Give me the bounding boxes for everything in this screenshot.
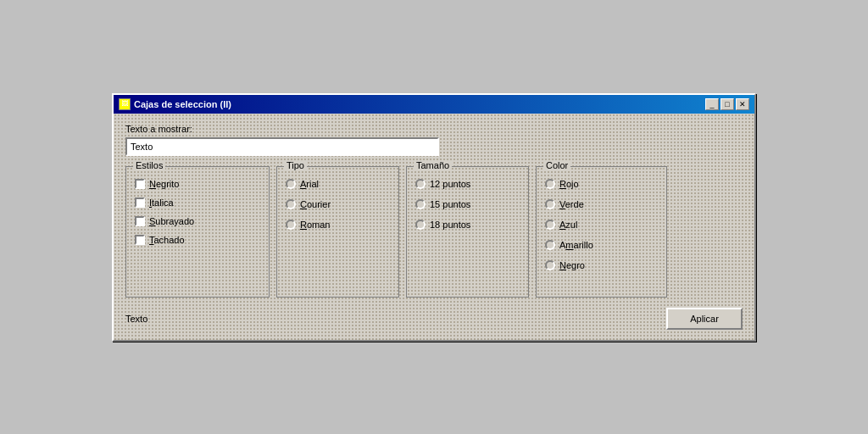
azul-radio[interactable] xyxy=(545,220,555,230)
title-bar: 🖼 Cajas de seleccion (II) _ □ ✕ xyxy=(114,95,754,114)
radio-verde[interactable]: Verde xyxy=(545,199,658,209)
italica-label: Italica xyxy=(149,198,174,208)
apply-button[interactable]: Aplicar xyxy=(666,308,743,330)
text-input[interactable] xyxy=(125,137,439,156)
checkbox-subrayado[interactable]: Subrayado xyxy=(135,216,260,226)
12puntos-radio[interactable] xyxy=(415,179,426,189)
estilos-group: Estilos Negrito Italica Subrayado Tachad… xyxy=(125,166,270,298)
text-label: Texto a mostrar: xyxy=(125,124,743,134)
subrayado-checkbox[interactable] xyxy=(135,216,145,226)
negro-radio[interactable] xyxy=(545,260,555,270)
checkbox-tachado[interactable]: Tachado xyxy=(135,235,260,245)
radio-azul[interactable]: Azul xyxy=(545,220,658,230)
radio-arial[interactable]: Arial xyxy=(286,179,390,189)
courier-label: Courier xyxy=(300,199,331,209)
roman-radio[interactable] xyxy=(286,220,296,230)
amarillo-radio[interactable] xyxy=(545,240,555,250)
window-title: Cajas de seleccion (II) xyxy=(134,99,231,109)
title-buttons: _ □ ✕ xyxy=(705,98,749,110)
window-body: Texto a mostrar: Estilos Negrito Italica… xyxy=(114,114,754,340)
12puntos-label: 12 puntos xyxy=(430,179,470,189)
15puntos-label: 15 puntos xyxy=(430,199,470,209)
tachado-label: Tachado xyxy=(149,235,185,245)
bottom-row: Texto Aplicar xyxy=(125,308,743,330)
verde-radio[interactable] xyxy=(545,199,555,209)
app-icon: 🖼 xyxy=(119,98,131,110)
italica-checkbox[interactable] xyxy=(135,198,145,208)
18puntos-radio[interactable] xyxy=(415,220,426,230)
main-window: 🖼 Cajas de seleccion (II) _ □ ✕ Texto a … xyxy=(112,93,756,342)
radio-15puntos[interactable]: 15 puntos xyxy=(415,199,520,209)
color-group: Color Rojo Verde Azul Amarillo xyxy=(536,166,667,298)
verde-label: Verde xyxy=(559,199,584,209)
negro-label: Negro xyxy=(559,260,585,270)
close-button[interactable]: ✕ xyxy=(736,98,749,110)
title-bar-left: 🖼 Cajas de seleccion (II) xyxy=(119,98,231,110)
negrito-checkbox[interactable] xyxy=(135,179,145,189)
radio-12puntos[interactable]: 12 puntos xyxy=(415,179,520,189)
status-text: Texto xyxy=(125,314,147,324)
tamano-label: Tamaño xyxy=(414,160,452,170)
checkbox-negrito[interactable]: Negrito xyxy=(135,179,260,189)
radio-negro[interactable]: Negro xyxy=(545,260,658,270)
arial-radio[interactable] xyxy=(286,179,296,189)
18puntos-label: 18 puntos xyxy=(430,220,470,230)
rojo-radio[interactable] xyxy=(545,179,555,189)
radio-amarillo[interactable]: Amarillo xyxy=(545,240,658,250)
tipo-label: Tipo xyxy=(284,160,307,170)
color-label: Color xyxy=(543,160,570,170)
azul-label: Azul xyxy=(559,220,577,230)
maximize-button[interactable]: □ xyxy=(721,98,734,110)
radio-18puntos[interactable]: 18 puntos xyxy=(415,220,520,230)
rojo-label: Rojo xyxy=(559,179,579,189)
15puntos-radio[interactable] xyxy=(415,199,426,209)
subrayado-label: Subrayado xyxy=(149,216,194,226)
estilos-label: Estilos xyxy=(133,160,165,170)
arial-label: Arial xyxy=(300,179,319,189)
groups-row: Estilos Negrito Italica Subrayado Tachad… xyxy=(125,166,743,298)
tipo-group: Tipo Arial Courier Roman xyxy=(276,166,399,298)
radio-courier[interactable]: Courier xyxy=(286,199,390,209)
tamano-group: Tamaño 12 puntos 15 puntos 18 puntos xyxy=(406,166,529,298)
radio-rojo[interactable]: Rojo xyxy=(545,179,658,189)
minimize-button[interactable]: _ xyxy=(705,98,719,110)
tachado-checkbox[interactable] xyxy=(135,235,145,245)
courier-radio[interactable] xyxy=(286,199,296,209)
checkbox-italica[interactable]: Italica xyxy=(135,198,260,208)
radio-roman[interactable]: Roman xyxy=(286,220,390,230)
negrito-label: Negrito xyxy=(149,179,179,189)
amarillo-label: Amarillo xyxy=(559,240,593,250)
roman-label: Roman xyxy=(300,220,330,230)
